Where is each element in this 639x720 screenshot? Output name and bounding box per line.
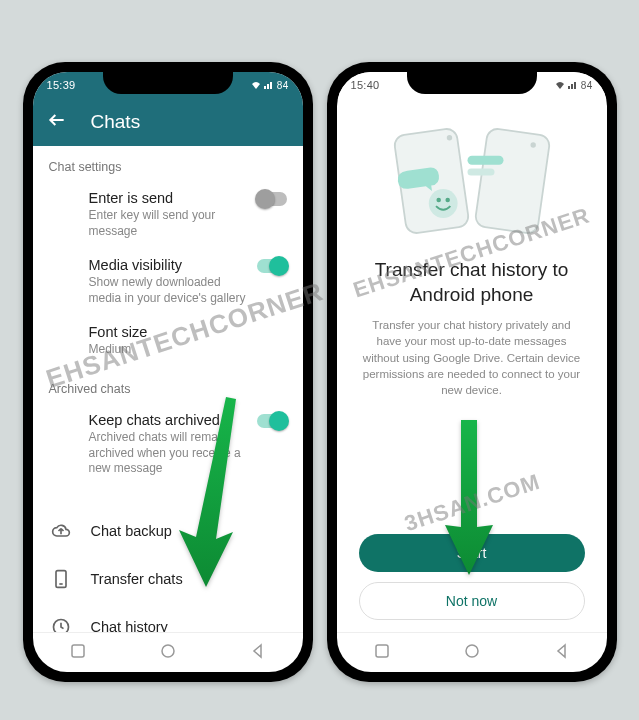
row-enter-is-send[interactable]: Enter is send Enter key will send your m… — [33, 182, 303, 249]
not-now-button[interactable]: Not now — [359, 582, 585, 620]
history-icon — [51, 617, 71, 632]
setting-title: Enter is send — [89, 190, 247, 206]
signal-icon — [568, 80, 578, 90]
svg-rect-5 — [474, 128, 550, 235]
setting-sub: Show newly downloaded media in your devi… — [89, 275, 247, 306]
status-right: 84 — [251, 80, 289, 91]
svg-point-7 — [530, 142, 535, 147]
battery-pct: 84 — [581, 80, 593, 91]
nav-bar — [33, 632, 303, 672]
setting-title: Font size — [89, 324, 247, 340]
status-time: 15:39 — [47, 79, 76, 91]
nav-back-icon[interactable] — [554, 643, 570, 663]
transfer-body: Transfer chat history to Android phone T… — [337, 98, 607, 632]
row-label: Transfer chats — [91, 571, 183, 587]
app-bar: Chats — [33, 98, 303, 146]
nav-bar — [337, 632, 607, 672]
appbar-title: Chats — [91, 111, 141, 133]
svg-rect-2 — [72, 645, 84, 657]
phone-left: 15:39 84 Chats Chat settings Enter is se… — [23, 62, 313, 682]
notch — [103, 70, 233, 94]
svg-rect-8 — [467, 156, 503, 165]
svg-rect-13 — [376, 645, 388, 657]
signal-icon — [264, 80, 274, 90]
svg-point-14 — [466, 645, 478, 657]
svg-point-12 — [445, 198, 450, 203]
back-icon[interactable] — [47, 110, 67, 135]
wifi-icon — [555, 80, 565, 90]
setting-title: Media visibility — [89, 257, 247, 273]
svg-rect-9 — [467, 168, 494, 175]
section-archived: Archived chats — [33, 368, 303, 404]
notch — [407, 70, 537, 94]
svg-point-3 — [162, 645, 174, 657]
setting-title: Keep chats archived — [89, 412, 247, 428]
row-chat-backup[interactable]: Chat backup — [33, 507, 303, 555]
nav-home-icon[interactable] — [160, 643, 176, 663]
row-label: Chat history — [91, 619, 168, 632]
nav-recents-icon[interactable] — [374, 643, 390, 663]
row-keep-archived[interactable]: Keep chats archived Archived chats will … — [33, 404, 303, 487]
row-font-size[interactable]: Font size Medium — [33, 316, 303, 368]
row-transfer-chats[interactable]: Transfer chats — [33, 555, 303, 603]
nav-recents-icon[interactable] — [70, 643, 86, 663]
wifi-icon — [251, 80, 261, 90]
screen-right: 15:40 84 — [337, 72, 607, 672]
section-chat-settings: Chat settings — [33, 146, 303, 182]
setting-sub: Enter key will send your message — [89, 208, 247, 239]
settings-content: Chat settings Enter is send Enter key wi… — [33, 146, 303, 632]
toggle-enter-is-send[interactable] — [257, 192, 287, 206]
phone-right: 15:40 84 — [327, 62, 617, 682]
cloud-upload-icon — [51, 521, 71, 541]
status-time: 15:40 — [351, 79, 380, 91]
nav-home-icon[interactable] — [464, 643, 480, 663]
svg-point-10 — [428, 189, 457, 218]
nav-back-icon[interactable] — [250, 643, 266, 663]
phone-transfer-icon — [51, 569, 71, 589]
row-chat-history[interactable]: Chat history — [33, 603, 303, 632]
setting-sub: Medium — [89, 342, 247, 358]
battery-pct: 84 — [277, 80, 289, 91]
transfer-illustration — [382, 116, 562, 246]
setting-sub: Archived chats will remain archived when… — [89, 430, 247, 477]
row-label: Chat backup — [91, 523, 172, 539]
transfer-title: Transfer chat history to Android phone — [359, 258, 585, 307]
toggle-media-visibility[interactable] — [257, 259, 287, 273]
status-right: 84 — [555, 80, 593, 91]
svg-point-6 — [446, 135, 451, 140]
transfer-desc: Transfer your chat history privately and… — [359, 317, 585, 397]
start-button[interactable]: Start — [359, 534, 585, 572]
toggle-keep-archived[interactable] — [257, 414, 287, 428]
row-media-visibility[interactable]: Media visibility Show newly downloaded m… — [33, 249, 303, 316]
svg-point-11 — [436, 198, 441, 203]
screen-left: 15:39 84 Chats Chat settings Enter is se… — [33, 72, 303, 672]
